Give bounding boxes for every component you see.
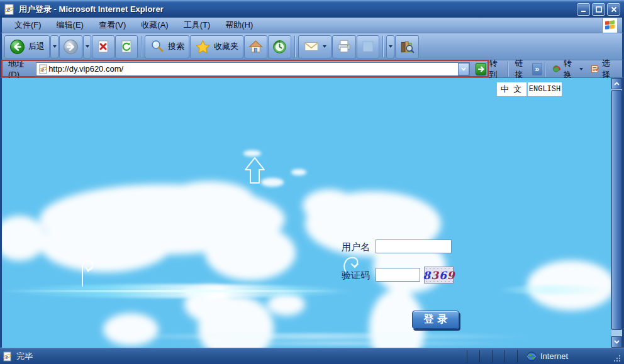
select-doc-icon [591,64,599,74]
address-bar: 地址(D) e 转到 链接 » 转换 [0,60,624,78]
go-label: 转到 [489,58,503,80]
history-icon [272,39,287,55]
chevron-down-icon [579,68,583,70]
username-input[interactable] [376,240,452,253]
language-english-button[interactable]: ENGLISH [528,82,562,96]
browser-window: e 用户登录 - Microsoft Internet Explorer 文件(… [0,0,624,364]
print-button[interactable] [332,35,356,58]
mail-icon [303,38,320,55]
captcha-digit: 6 [439,269,447,282]
convert-button[interactable]: 转换 [549,58,587,80]
url-input[interactable] [48,63,458,75]
maximize-button[interactable] [592,3,605,16]
address-dropdown[interactable] [458,63,469,75]
forward-dropdown[interactable] [83,35,91,58]
menu-tools[interactable]: 工具(T) [176,18,218,33]
maximize-icon [596,6,602,13]
security-zone: Internet [517,350,611,363]
up-arrow-icon [245,158,264,183]
back-icon [9,39,25,55]
print-icon [336,38,352,55]
links-chevron-button[interactable]: » [532,63,542,75]
ie-page-icon: e [4,4,15,15]
status-cell [479,350,492,363]
internet-globe-icon [526,351,537,361]
small-curl-arrow-icon [344,258,358,271]
address-separator [545,62,546,77]
captcha-image[interactable]: 8 3 6 9 [424,267,454,284]
chevron-down-icon [461,67,466,71]
refresh-button[interactable] [115,35,138,58]
menu-edit[interactable]: 编辑(E) [49,18,91,33]
search-icon [150,39,165,54]
stop-button[interactable] [92,35,114,58]
favorites-star-icon [195,39,211,55]
svg-text:e: e [42,65,45,72]
favorites-button[interactable]: 收藏夹 [190,35,243,58]
menu-view[interactable]: 查看(V) [91,18,133,33]
menu-file[interactable]: 文件(F) [7,18,49,33]
ie-page-icon: e [38,64,48,74]
content-row: 中 文 ENGLISH 用户名 验证码 8 3 6 9 登录 [0,78,624,348]
scrollbar-track[interactable] [611,330,622,336]
edit-disabled-icon [360,39,376,54]
forward-icon [63,39,79,55]
toolbar-separator [382,36,384,57]
close-button[interactable] [607,3,620,16]
status-bar: e 完毕 Internet [0,348,624,364]
resize-grip[interactable] [611,353,621,363]
status-cell [504,350,517,363]
status-message: 完毕 [16,351,33,362]
username-label: 用户名 [342,241,370,253]
refresh-icon [119,39,134,54]
captcha-input[interactable] [376,268,420,282]
chevron-down-icon [86,45,89,48]
captcha-digit: 3 [431,269,438,282]
back-button[interactable]: 后退 [4,35,50,58]
zone-label: Internet [540,351,568,361]
chevron-down-icon [614,340,620,344]
home-button[interactable] [244,35,267,58]
scrollbar-thumb[interactable] [611,90,622,330]
links-label[interactable]: 链接 [511,58,532,80]
toolbar-separator [141,36,142,57]
research-button[interactable] [395,35,419,58]
forward-button[interactable] [59,35,82,58]
chevron-up-icon [614,82,620,85]
research-books-icon [399,38,415,55]
back-dropdown[interactable] [50,35,58,58]
captcha-digit: 9 [447,269,455,282]
edit-button[interactable] [357,35,379,58]
title-bar: e 用户登录 - Microsoft Internet Explorer [0,0,624,18]
menu-favorites[interactable]: 收藏(A) [133,18,176,33]
close-icon [611,6,617,13]
status-cell [467,350,479,363]
page-content: 中 文 ENGLISH 用户名 验证码 8 3 6 9 登录 [2,78,611,348]
chevron-double-icon: » [535,65,540,74]
favorites-label: 收藏夹 [214,41,238,52]
status-cell [492,350,504,363]
windows-flag-icon [605,20,615,30]
address-field: e [36,62,470,76]
windows-logo [602,18,617,33]
login-button[interactable]: 登录 [412,311,459,329]
convert-icon [552,63,561,74]
chevron-down-icon [53,45,57,48]
menu-help[interactable]: 帮助(H) [218,18,260,33]
captcha-digit: 8 [423,269,430,282]
language-chinese-button[interactable]: 中 文 [497,82,526,96]
go-button[interactable]: 转到 [473,57,505,81]
search-button[interactable]: 搜索 [145,35,189,58]
minimize-button[interactable] [577,3,590,16]
vertical-scrollbar[interactable] [611,78,622,348]
scroll-down-button[interactable] [611,336,622,348]
search-label: 搜索 [168,41,184,52]
svg-text:e: e [6,353,9,360]
select-button[interactable]: 选择 [587,58,620,80]
toolbar-overflow-dropdown[interactable] [386,35,394,58]
world-map-graphic [2,78,611,348]
history-button[interactable] [268,35,291,58]
toolbar-separator [294,36,296,57]
mail-button[interactable] [298,35,332,58]
address-separator [508,62,509,77]
